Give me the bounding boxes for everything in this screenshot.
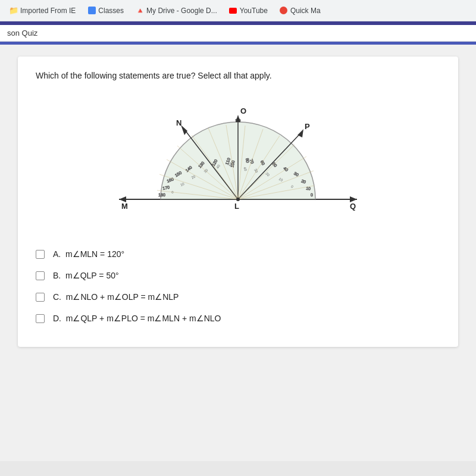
svg-text:L: L	[234, 202, 239, 211]
svg-text:Q: Q	[350, 202, 356, 211]
lesson-bar: son Quiz	[0, 25, 476, 42]
bookmark-quickma[interactable]: Quick Ma	[275, 4, 325, 17]
bookmark-label: Quick Ma	[290, 7, 321, 15]
answer-item-c: C. m∠NLO + m∠OLP = m∠NLP	[36, 286, 440, 308]
svg-point-59	[236, 198, 240, 201]
svg-marker-40	[181, 125, 187, 135]
bookmark-youtube[interactable]: YouTube	[224, 4, 273, 17]
diagram-container: M Q L 180	[36, 92, 440, 229]
quickma-icon	[280, 7, 288, 15]
svg-text:O: O	[240, 107, 246, 115]
svg-text:0: 0	[311, 193, 313, 197]
answer-label-b: B. m∠QLP = 50°	[53, 271, 119, 280]
answer-list: A. m∠MLN = 120° B. m∠QLP = 50° C. m∠NLO …	[36, 243, 440, 329]
drive-icon: 🔺	[136, 7, 144, 15]
youtube-icon	[229, 7, 237, 15]
answer-label-a: A. m∠MLN = 120°	[53, 249, 124, 259]
checkbox-d[interactable]	[36, 314, 45, 323]
svg-text:P: P	[305, 122, 310, 131]
bookmark-label: My Drive - Google D...	[146, 7, 217, 15]
bookmark-label: YouTube	[240, 7, 268, 15]
svg-text:M: M	[121, 202, 128, 211]
checkbox-a[interactable]	[36, 250, 45, 259]
answer-item-b: B. m∠QLP = 50°	[36, 265, 440, 286]
protractor-diagram: M Q L 180	[113, 92, 363, 229]
main-content: Which of the following statements are tr…	[0, 45, 476, 461]
answer-label-c: C. m∠NLO + m∠OLP = m∠NLP	[53, 292, 178, 302]
answer-item-a: A. m∠MLN = 120°	[36, 243, 440, 265]
bookmark-label: Classes	[98, 7, 124, 15]
quiz-card: Which of the following statements are tr…	[18, 57, 458, 347]
checkbox-c[interactable]	[36, 293, 45, 302]
answer-item-d: D. m∠QLP + m∠PLO = m∠MLN + m∠NLO	[36, 308, 440, 329]
bookmarks-bar: 📁 Imported From IE Classes 🔺 My Drive - …	[0, 0, 476, 21]
bookmark-classes[interactable]: Classes	[83, 4, 129, 17]
lesson-title: son Quiz	[7, 29, 37, 37]
svg-marker-43	[298, 129, 303, 137]
bookmark-label: Imported From IE	[20, 7, 76, 15]
svg-text:N: N	[176, 118, 181, 127]
question-text: Which of the following statements are tr…	[36, 71, 440, 80]
bookmark-imported-from-ie[interactable]: 📁 Imported From IE	[5, 4, 80, 17]
answer-label-d: D. m∠QLP + m∠PLO = m∠MLN + m∠NLO	[53, 314, 221, 323]
bookmark-drive[interactable]: 🔺 My Drive - Google D...	[131, 4, 222, 17]
svg-text:180: 180	[158, 193, 165, 197]
folder-icon: 📁	[10, 7, 18, 15]
classes-icon	[87, 7, 96, 15]
checkbox-b[interactable]	[36, 271, 45, 280]
